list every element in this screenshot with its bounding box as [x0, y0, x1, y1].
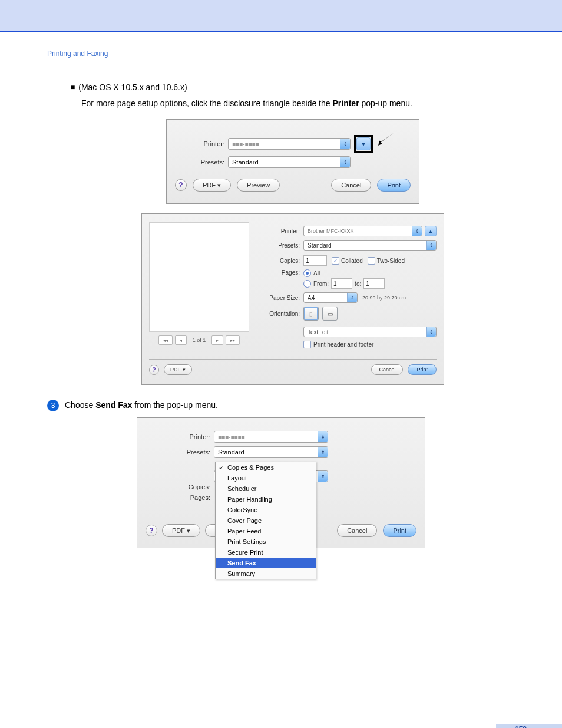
print-button[interactable]: Print: [377, 179, 411, 192]
pager-text: 1 of 1: [193, 337, 206, 343]
menu-item-paper-feed[interactable]: Paper Feed: [216, 526, 316, 536]
menu-item-paper-handling[interactable]: Paper Handling: [216, 494, 316, 505]
printer-popup[interactable]: Brother MFC-XXXX ⇕: [303, 226, 422, 236]
menu-item-summary[interactable]: Summary: [216, 568, 316, 579]
menu-item-label: Scheduler: [227, 485, 257, 492]
pages-from-input[interactable]: [331, 278, 352, 289]
preview-button[interactable]: Preview: [237, 179, 280, 192]
copies-label: Copies:: [260, 258, 300, 264]
collated-checkbox[interactable]: ✓: [332, 257, 339, 265]
menu-item-copies-pages[interactable]: ✓ Copies & Pages: [216, 462, 316, 473]
help-button[interactable]: ?: [146, 525, 157, 536]
printer-label: Printer:: [146, 433, 210, 440]
two-sided-checkbox[interactable]: [368, 257, 375, 265]
copies-input[interactable]: [303, 255, 327, 266]
updown-icon: ⇕: [318, 431, 328, 442]
print-button[interactable]: Print: [408, 364, 437, 375]
step-3-text: Choose Send Fax from the pop-up menu.: [65, 399, 218, 411]
menu-item-label: Print Settings: [227, 538, 266, 545]
menu-item-scheduler[interactable]: Scheduler: [216, 483, 316, 494]
menu-item-secure-print[interactable]: Secure Print: [216, 547, 316, 558]
printer-label: Printer:: [175, 140, 224, 147]
menu-item-label: Paper Handling: [227, 496, 272, 503]
step-3-b: from the pop-up menu.: [132, 400, 218, 410]
print-dialog-menu-open: Printer: ■■■-■■■■ ⇕ Presets: Standard ⇕ …: [137, 417, 425, 548]
presets-popup[interactable]: Standard ⇕: [303, 240, 437, 251]
page-preview: [149, 222, 249, 332]
presets-label: Presets:: [175, 159, 224, 166]
disclosure-note-printer-word: Printer: [332, 98, 359, 108]
cancel-button[interactable]: Cancel: [331, 179, 371, 192]
orientation-landscape-button[interactable]: ▭: [322, 307, 338, 321]
step-3-bold: Send Fax: [95, 400, 132, 410]
options-column: Printer: Brother MFC-XXXX ⇕ ▲ Presets: S…: [260, 222, 437, 352]
step-3-a: Choose: [65, 400, 95, 410]
pages-from-label: From:: [313, 281, 329, 287]
pdf-menu-button[interactable]: PDF ▾: [162, 524, 200, 537]
orientation-portrait-button[interactable]: ▯: [303, 307, 319, 321]
disclosure-note-a: For more page setup options, click the d…: [81, 98, 332, 108]
paper-size-value: A4: [308, 295, 347, 301]
menu-item-colorsync[interactable]: ColorSync: [216, 505, 316, 515]
printer-popup[interactable]: ■■■-■■■■ ⇕: [228, 138, 351, 150]
menu-item-label: Summary: [227, 570, 255, 577]
menu-item-label: Cover Page: [227, 517, 262, 524]
help-button[interactable]: ?: [149, 365, 159, 375]
pager-first-button[interactable]: ◂◂: [158, 335, 173, 345]
step-3-badge: 3: [47, 400, 59, 411]
pager-next-button[interactable]: ▸: [211, 335, 223, 345]
menu-item-cover-page[interactable]: Cover Page: [216, 515, 316, 526]
paper-size-label: Paper Size:: [260, 295, 300, 301]
presets-label: Presets:: [260, 242, 300, 249]
menu-item-send-fax[interactable]: Send Fax: [216, 558, 316, 568]
printer-label: Printer:: [260, 228, 300, 235]
pdf-menu-button[interactable]: PDF ▾: [193, 179, 231, 192]
printer-popup[interactable]: ■■■-■■■■ ⇕: [214, 431, 328, 443]
menu-item-label: Copies & Pages: [227, 464, 274, 471]
two-sided-label: Two-Sided: [377, 258, 405, 264]
header-footer-label: Print header and footer: [313, 341, 373, 348]
presets-popup[interactable]: Standard ⇕: [228, 156, 351, 168]
menu-item-label: ColorSync: [227, 506, 257, 513]
disclosure-note-b: pop-up menu.: [359, 98, 412, 108]
help-button[interactable]: ?: [175, 179, 187, 191]
pages-all-label: All: [313, 270, 320, 276]
pages-range-radio[interactable]: [303, 280, 311, 288]
pages-to-input[interactable]: [363, 278, 385, 289]
updown-icon: ⇕: [340, 139, 350, 149]
updown-icon: ⇕: [318, 447, 328, 457]
pager-prev-button[interactable]: ◂: [175, 335, 187, 345]
menu-item-print-settings[interactable]: Print Settings: [216, 536, 316, 547]
print-button[interactable]: Print: [383, 524, 416, 537]
paper-size-dimensions: 20.99 by 29.70 cm: [362, 295, 406, 301]
updown-icon: ⇕: [426, 327, 436, 337]
header-footer-checkbox[interactable]: [303, 341, 311, 348]
menu-item-label: Send Fax: [227, 559, 256, 566]
disclosure-button[interactable]: ▲: [425, 226, 437, 236]
pager-last-button[interactable]: ▸▸: [226, 335, 240, 345]
orientation-label: Orientation:: [260, 311, 300, 317]
paper-size-popup[interactable]: A4 ⇕: [303, 292, 358, 303]
updown-icon: ⇕: [318, 471, 328, 482]
print-dialog-collapsed: Printer: ■■■-■■■■ ⇕ ▼ Presets: Standard …: [166, 119, 419, 204]
presets-value: Standard: [218, 449, 318, 456]
pages-all-radio[interactable]: [303, 269, 311, 277]
presets-value: Standard: [308, 242, 426, 249]
menu-item-label: Layout: [227, 475, 247, 482]
cancel-button[interactable]: Cancel: [371, 364, 403, 375]
menu-item-layout[interactable]: Layout: [216, 473, 316, 483]
cancel-button[interactable]: Cancel: [337, 524, 377, 537]
checkmark-icon: ✓: [219, 464, 224, 472]
page-top-blue-bar: [0, 0, 562, 32]
presets-popup[interactable]: Standard ⇕: [214, 446, 328, 458]
annotation-arrow-icon: [375, 131, 395, 147]
os-note-heading: (Mac OS X 10.5.x and 10.6.x): [71, 81, 515, 94]
disclosure-button[interactable]: ▼: [356, 137, 371, 150]
section-dropdown-list[interactable]: ✓ Copies & Pages Layout Scheduler Paper …: [215, 462, 316, 579]
collated-label: Collated: [341, 258, 363, 264]
disclosure-note: For more page setup options, click the d…: [81, 97, 515, 110]
updown-icon: ⇕: [412, 226, 422, 236]
app-section-popup[interactable]: TextEdit ⇕: [303, 327, 437, 337]
pdf-menu-button[interactable]: PDF ▾: [164, 364, 192, 375]
copies-label: Copies:: [146, 483, 210, 490]
